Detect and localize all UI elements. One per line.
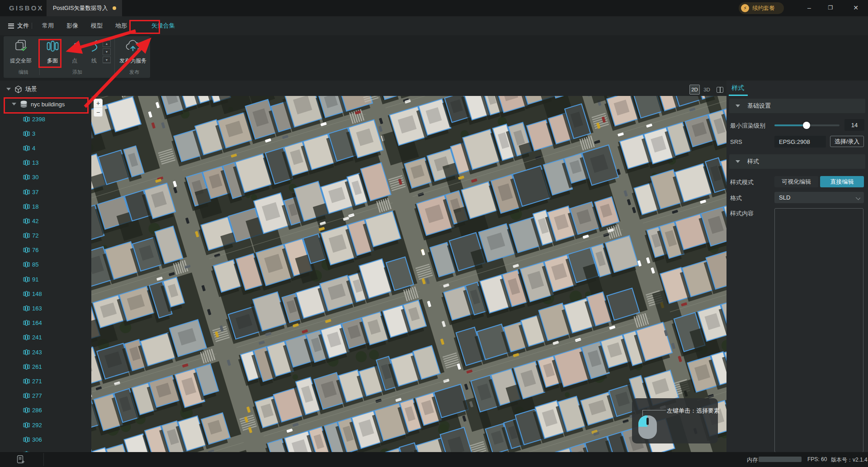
menu-model[interactable]: 模型: [91, 22, 103, 30]
spinner-up-button[interactable]: ▲: [103, 40, 111, 47]
feature-item[interactable]: 243: [0, 345, 91, 359]
app-window: GISBOX PostGIS矢量数据导入 ⚡ 续约套餐 – ❐ ✕ 文件 常用 …: [0, 0, 868, 467]
minimize-button[interactable]: –: [800, 0, 818, 15]
memory-label: 内存: [747, 456, 758, 464]
feature-item[interactable]: 85: [0, 257, 91, 272]
maximize-button[interactable]: ❐: [821, 0, 840, 15]
section-basic-settings[interactable]: 基础设置: [729, 99, 865, 113]
multipolygon-icon: [45, 39, 60, 55]
feature-item[interactable]: 30: [0, 170, 91, 185]
srs-label: SRS: [730, 138, 742, 145]
zoom-in-button[interactable]: +: [94, 99, 103, 108]
feature-item[interactable]: 91: [0, 272, 91, 286]
multipolygon-icon: [23, 232, 30, 239]
collapse-arrow-icon[interactable]: [6, 88, 11, 91]
spinner-expand-button[interactable]: ▼: [103, 57, 111, 63]
format-label: 格式: [730, 194, 742, 202]
feature-item[interactable]: 241: [0, 330, 91, 345]
format-select[interactable]: SLD: [774, 192, 864, 203]
database-icon: [20, 100, 28, 108]
toolbar-panel: 提交全部 多面: [4, 36, 150, 78]
min-render-value[interactable]: 14: [844, 119, 864, 131]
multipolygon-icon: [23, 261, 30, 268]
srs-pick-button[interactable]: 选择/录入: [830, 136, 864, 147]
map-zoom-controls: + −: [94, 99, 103, 117]
mouse-wheel-icon: [646, 418, 649, 425]
feature-item[interactable]: 292: [0, 418, 91, 432]
point-icon: [69, 39, 80, 55]
multipolygon-icon: [23, 378, 30, 385]
publish-service-button[interactable]: 发布为服务: [119, 39, 146, 65]
feature-item[interactable]: 277: [0, 389, 91, 403]
renew-plan-button[interactable]: ⚡ 续约套餐: [739, 2, 784, 14]
multipolygon-icon: [23, 392, 30, 399]
direct-edit-button[interactable]: 直接编辑: [820, 176, 864, 187]
multipolygon-icon: [23, 130, 30, 137]
tree-node-layer[interactable]: nyc buildings: [12, 100, 65, 108]
multipolygon-icon: [23, 305, 30, 312]
group-label-publish: 发布: [129, 69, 139, 76]
feature-item[interactable]: 286: [0, 403, 91, 418]
view-3d-button[interactable]: 3D: [702, 85, 712, 95]
multipolygon-icon: [23, 436, 30, 443]
style-panel: 样式 基础设置 最小渲染级别 14 SRS EPSG:2908 选择/录入 样式…: [726, 81, 868, 452]
tree-node-scene[interactable]: 场景: [6, 85, 37, 93]
collapse-arrow-icon: [736, 105, 740, 107]
line-button[interactable]: 线: [88, 39, 100, 65]
srs-input[interactable]: EPSG:2908: [774, 136, 826, 148]
title-bar: GISBOX PostGIS矢量数据导入 ⚡ 续约套餐 – ❐ ✕: [0, 0, 868, 16]
add-document-icon[interactable]: [16, 455, 25, 466]
menu-imagery[interactable]: 影像: [66, 22, 78, 30]
feature-item[interactable]: 72: [0, 229, 91, 243]
style-content-label: 样式内容: [730, 210, 754, 218]
submit-all-button[interactable]: 提交全部: [10, 39, 32, 65]
feature-item[interactable]: 261: [0, 359, 91, 374]
feature-item[interactable]: 306: [0, 432, 91, 447]
min-render-slider[interactable]: [774, 124, 840, 126]
zoom-out-button[interactable]: −: [94, 108, 103, 117]
polygon-button[interactable]: 多面: [45, 39, 60, 65]
feature-item[interactable]: 148: [0, 286, 91, 301]
menu-terrain[interactable]: 地形: [115, 22, 127, 30]
feature-item[interactable]: 271: [0, 374, 91, 388]
menu-bar: 文件 常用 影像 模型 地形 矢量合集: [0, 16, 868, 35]
version-value: 版本号：v2.1.4: [831, 456, 868, 464]
menu-regular[interactable]: 常用: [42, 22, 54, 30]
feature-item[interactable]: 37: [0, 185, 91, 199]
memory-progressbar: [759, 457, 802, 462]
close-button[interactable]: ✕: [847, 0, 865, 15]
feature-item[interactable]: 42: [0, 214, 91, 228]
unsaved-dot-icon: [113, 6, 116, 10]
point-button[interactable]: 点: [69, 39, 80, 65]
feature-item[interactable]: 4: [0, 141, 91, 155]
tab-style[interactable]: 样式: [731, 84, 744, 92]
slider-thumb[interactable]: [803, 122, 810, 129]
fps-value: FPS: 60: [807, 456, 827, 462]
feature-item[interactable]: 3: [0, 126, 91, 141]
group-separator: [114, 39, 115, 75]
section-style[interactable]: 样式: [729, 154, 865, 169]
multipolygon-icon: [23, 145, 30, 152]
spinner-down-button[interactable]: ▼: [103, 48, 111, 55]
feature-item[interactable]: 2398: [0, 112, 91, 126]
feature-item[interactable]: 164: [0, 316, 91, 330]
view-2d-button[interactable]: 2D: [689, 85, 700, 95]
map-canvas[interactable]: [91, 96, 726, 452]
feature-item[interactable]: 13: [0, 156, 91, 170]
style-content-textarea[interactable]: [774, 208, 863, 453]
min-render-label: 最小渲染级别: [730, 122, 765, 130]
document-tab-title: PostGIS矢量数据导入: [53, 5, 108, 12]
split-view-button[interactable]: [715, 85, 725, 95]
document-tab[interactable]: PostGIS矢量数据导入: [47, 0, 122, 16]
feature-item[interactable]: 76: [0, 243, 91, 257]
menu-vector-collection[interactable]: 矢量合集: [151, 22, 175, 30]
feature-item[interactable]: 307: [0, 447, 91, 452]
visual-edit-button[interactable]: 可视化编辑: [774, 176, 818, 187]
multipolygon-icon: [23, 174, 30, 181]
collapse-arrow-icon[interactable]: [12, 103, 16, 105]
feature-item[interactable]: 163: [0, 301, 91, 315]
lightning-icon: ⚡: [741, 4, 749, 12]
feature-item[interactable]: 18: [0, 199, 91, 214]
multipolygon-icon: [23, 116, 30, 123]
menu-file[interactable]: 文件: [8, 22, 29, 30]
